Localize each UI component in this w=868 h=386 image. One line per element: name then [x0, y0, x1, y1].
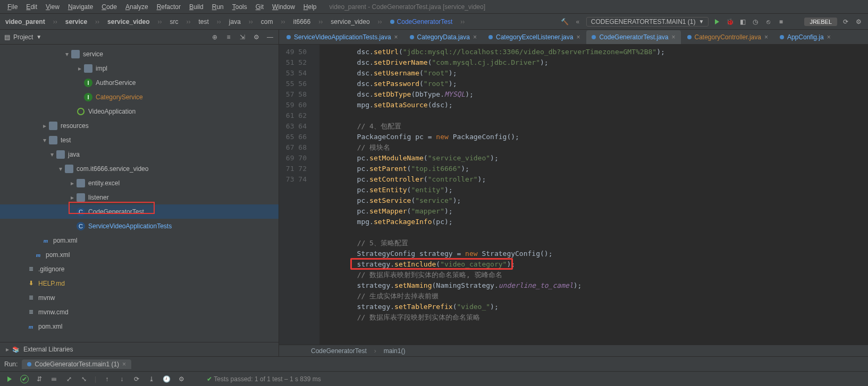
chevron-down-icon[interactable]	[57, 165, 64, 173]
tree-item-resources[interactable]: resources	[0, 118, 279, 133]
chevron-down-icon[interactable]	[49, 151, 55, 158]
menu-view[interactable]: View	[41, 3, 64, 11]
next-icon[interactable]: ↓	[117, 375, 126, 383]
breadcrumb-item[interactable]: CodeGeneratorTest	[387, 18, 456, 25]
close-icon[interactable]: ×	[394, 33, 398, 41]
breadcrumb-item[interactable]: com	[258, 18, 276, 25]
run-tab[interactable]: CodeGeneratorTest.main1 (1) ×	[22, 359, 131, 369]
menu-code[interactable]: Code	[97, 3, 121, 11]
tree-item-help-md[interactable]: ⬇HELP.md	[0, 276, 279, 290]
close-icon[interactable]: ×	[473, 33, 477, 41]
chevron-right-icon[interactable]	[77, 65, 83, 72]
breadcrumb-item[interactable]: java	[226, 18, 244, 25]
tree-item-codegeneratortest[interactable]: CCodeGeneratorTest	[0, 204, 279, 219]
hammer-icon[interactable]: 🔨	[561, 18, 569, 26]
profile-icon[interactable]: ◷	[751, 18, 760, 26]
editor-tab[interactable]: CategoryData.java×	[404, 30, 482, 44]
breadcrumb-item[interactable]: service	[62, 18, 90, 25]
tree-item-mvnw[interactable]: ≣mvnw	[0, 290, 279, 305]
code-crumb-method[interactable]: main1()	[384, 347, 406, 355]
export-icon[interactable]: ⤓	[147, 375, 156, 383]
tree-item-pom-xml[interactable]: mpom.xml	[0, 319, 279, 333]
debug-icon[interactable]: 🐞	[726, 18, 734, 26]
menu-tools[interactable]: Tools	[228, 3, 251, 11]
tree-item-service[interactable]: service	[0, 47, 279, 61]
tree-item-impl[interactable]: impl	[0, 61, 279, 75]
run-icon[interactable]	[5, 375, 14, 383]
menu-run[interactable]: Run	[208, 3, 228, 11]
sort-icon[interactable]: ⇵	[35, 375, 44, 383]
editor-tab[interactable]: ServiceVideoApplicationTests.java×	[281, 30, 403, 44]
jrebel-opt1-icon[interactable]: ⟳	[841, 18, 850, 26]
tree-item-categoryservice[interactable]: ICategoryService	[0, 90, 279, 104]
chevron-down-icon[interactable]	[64, 50, 70, 58]
collapse-all-icon[interactable]: ⤡	[80, 375, 88, 383]
run-config-selector[interactable]: CODEGENERATORTEST.MAIN1 (1) ▼	[586, 17, 709, 27]
breadcrumb-item[interactable]: service_video	[327, 18, 373, 25]
menu-navigate[interactable]: Navigate	[64, 3, 97, 11]
tree-item-pom-xml[interactable]: mpom.xml	[0, 233, 279, 247]
breadcrumb-item[interactable]: video_parent	[2, 18, 48, 25]
hide-icon[interactable]: —	[266, 33, 274, 41]
editor-breadcrumb[interactable]: CodeGeneratorTest main1()	[279, 345, 868, 356]
breadcrumb-item[interactable]: service_video	[104, 18, 153, 25]
settings-icon[interactable]: ⚙	[177, 375, 186, 383]
close-icon[interactable]: ×	[827, 33, 831, 41]
jrebel-button[interactable]: JREBEL	[804, 18, 837, 26]
tree-item-pom-xml[interactable]: mpom.xml	[0, 247, 279, 262]
expand-all-icon[interactable]: ⤢	[65, 375, 73, 383]
tree-item-java[interactable]: java	[0, 147, 279, 161]
fold-gutter[interactable]	[311, 45, 319, 345]
breadcrumb-item[interactable]: src	[166, 18, 181, 25]
prev-icon[interactable]: ↑	[103, 375, 111, 383]
breadcrumb[interactable]: video_parent›service›service_video›src›t…	[2, 18, 561, 25]
attach-icon[interactable]: ⎋	[764, 18, 772, 26]
tree-item-servicevideoapplicationtests[interactable]: CServiceVideoApplicationTests	[0, 219, 279, 233]
project-title[interactable]: Project	[13, 33, 33, 41]
breadcrumb-item[interactable]: it6666	[290, 18, 314, 25]
project-tool-icon[interactable]: ▤	[4, 33, 10, 41]
close-icon[interactable]: ×	[764, 33, 768, 41]
chevron-right-icon[interactable]	[69, 194, 75, 201]
run-icon[interactable]	[713, 18, 721, 26]
coverage-icon[interactable]: ◧	[738, 18, 747, 26]
tree-item-listener[interactable]: listener	[0, 190, 279, 204]
menu-edit[interactable]: Edit	[22, 3, 41, 11]
tree-item-com-it6666-service-video[interactable]: com.it6666.service_video	[0, 161, 279, 176]
chevron-down-icon[interactable]	[41, 136, 48, 144]
jrebel-opt2-icon[interactable]: ⚙	[854, 18, 863, 26]
editor-tab[interactable]: CodeGeneratorTest.java×	[586, 30, 680, 44]
tree-item-authorservice[interactable]: IAuthorService	[0, 75, 279, 90]
rerun-icon[interactable]: ⟳	[132, 375, 141, 383]
external-libraries[interactable]: 📚 External Libraries	[0, 342, 279, 356]
breadcrumb-item[interactable]: test	[195, 18, 212, 25]
close-icon[interactable]: ×	[576, 33, 580, 41]
tree-item-mvnw-cmd[interactable]: ≣mvnw.cmd	[0, 305, 279, 319]
stop-icon[interactable]: ■	[777, 18, 785, 26]
chevron-down-icon[interactable]: ▼	[36, 34, 41, 40]
chevron-right-icon[interactable]	[41, 122, 48, 130]
close-icon[interactable]: ×	[122, 361, 126, 368]
project-tree[interactable]: serviceimplIAuthorServiceICategoryServic…	[0, 45, 279, 342]
chevrons-icon[interactable]: «	[574, 18, 582, 26]
filter-icon[interactable]: ⩸	[50, 375, 58, 383]
collapse-icon[interactable]: ≡	[224, 33, 233, 41]
tree-item-entity-excel[interactable]: entity.excel	[0, 176, 279, 190]
code-text[interactable]: dsc.setUrl("jdbc:mysql://localhost:3306/…	[319, 45, 868, 345]
menu-file[interactable]: File	[3, 3, 22, 11]
code-crumb-class[interactable]: CodeGeneratorTest	[311, 347, 367, 355]
menu-analyze[interactable]: Analyze	[121, 3, 153, 11]
tree-item-test[interactable]: test	[0, 133, 279, 147]
menu-refactor[interactable]: Refactor	[153, 3, 185, 11]
menu-build[interactable]: Build	[185, 3, 208, 11]
editor-tab[interactable]: AppConfig.ja×	[774, 30, 836, 44]
gear-icon[interactable]: ⚙	[252, 33, 260, 41]
menu-help[interactable]: Help	[299, 3, 321, 11]
tree-item-videoapplication[interactable]: VideoApplication	[0, 104, 279, 118]
chevron-right-icon[interactable]	[69, 179, 75, 187]
menu-window[interactable]: Window	[268, 3, 299, 11]
editor-tab[interactable]: CategoryController.java×	[682, 30, 773, 44]
menu-git[interactable]: Git	[251, 3, 268, 11]
history-icon[interactable]: 🕘	[162, 375, 171, 383]
code-area[interactable]: 49 50 51 52 53 54 55 56 57 58 59 60 61 6…	[279, 45, 868, 345]
